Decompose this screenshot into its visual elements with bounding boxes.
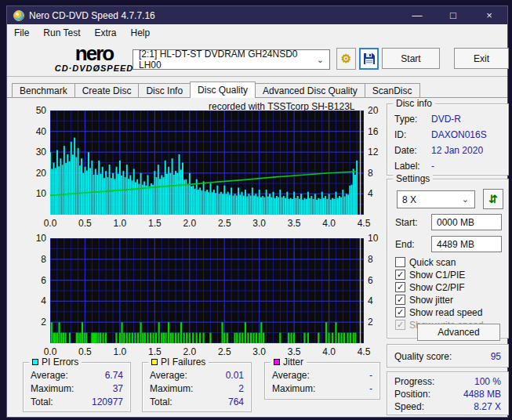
speed-select[interactable]: 8 X ⌄ xyxy=(397,190,475,208)
pi-failures-left-tick: 10 xyxy=(26,233,46,244)
pi-errors-x-tick: 1.0 xyxy=(108,218,132,229)
pi-errors-x-tick: 4.0 xyxy=(318,218,341,229)
checkbox-icon xyxy=(395,257,405,267)
end-field-value: 4489 MB xyxy=(437,239,474,250)
pi-errors-x-tick: 4.5 xyxy=(352,218,376,229)
jitter-avg-label: Average: xyxy=(272,370,310,381)
pi-failures-max-label: Maximum: xyxy=(150,383,193,394)
checkbox-show-read-speed[interactable]: ✓Show read speed xyxy=(395,306,482,318)
pi-failures-right-tick: 4 xyxy=(368,295,388,306)
tab-scandisc[interactable]: ScanDisc xyxy=(365,83,420,98)
pi-errors-right-tick: 20 xyxy=(368,105,388,116)
pi-errors-x-tick: 3.0 xyxy=(248,218,271,229)
options-button[interactable]: ⚙ xyxy=(336,48,356,70)
toolbar: nero CD·DVDØSPEED [2:1] HL-DT-ST DVDRAM … xyxy=(7,42,507,77)
pi-failures-left-tick: 2 xyxy=(26,317,46,328)
end-field-label: End: xyxy=(395,239,415,250)
chevron-down-icon: ⌄ xyxy=(317,55,324,65)
tab-strip: Benchmark Create Disc Disc Info Disc Qua… xyxy=(7,81,507,98)
pi-failures-chart xyxy=(50,238,364,343)
pi-failures-x-tick: 3.5 xyxy=(282,346,306,357)
pi-failures-right-tick: 6 xyxy=(368,275,388,286)
settings-title: Settings xyxy=(393,173,433,184)
checkbox-label: Show C2/PIF xyxy=(409,282,465,293)
pi-failures-left-tick: 6 xyxy=(26,275,46,286)
menu-file[interactable]: File xyxy=(7,27,36,38)
quality-score-value: 95 xyxy=(491,351,501,362)
pi-errors-x-tick: 2.5 xyxy=(212,218,236,229)
pi-errors-left-tick: 10 xyxy=(26,188,46,199)
jitter-legend-swatch xyxy=(274,359,280,365)
drive-select[interactable]: [2:1] HL-DT-ST DVDRAM GH24NSD0 LH00 ⌄ xyxy=(133,49,330,70)
app-cd-icon xyxy=(13,10,24,21)
pi-failures-x-tick: 0.0 xyxy=(38,346,62,357)
tab-disc-info[interactable]: Disc Info xyxy=(138,83,191,98)
pi-failures-panel-title: PI Failures xyxy=(148,357,209,368)
speed-label: Speed: xyxy=(394,401,424,412)
disc-label-label: Label: xyxy=(394,161,420,172)
save-button[interactable] xyxy=(359,48,379,70)
pi-errors-x-tick: 1.5 xyxy=(143,218,166,229)
minimize-button[interactable]: — xyxy=(399,6,435,24)
title-bar: Nero CD-DVD Speed 4.7.7.16 — □ × xyxy=(7,6,507,24)
checkbox-icon: ✓ xyxy=(395,295,405,305)
menu-extra[interactable]: Extra xyxy=(87,27,123,38)
jitter-max-value: - xyxy=(369,383,372,394)
pi-errors-chart xyxy=(50,110,364,215)
pi-failures-x-tick: 1.0 xyxy=(108,346,132,357)
checkbox-icon: ✓ xyxy=(395,270,405,280)
position-value: 4488 MB xyxy=(463,389,501,400)
end-field[interactable]: 4489 MB xyxy=(431,236,502,252)
checkbox-show-c2-pif[interactable]: ✓Show C2/PIF xyxy=(395,281,465,293)
tab-advanced-disc-quality[interactable]: Advanced Disc Quality xyxy=(255,83,365,98)
start-field-label: Start: xyxy=(395,217,418,228)
checkbox-icon: ✓ xyxy=(395,282,405,292)
pi-errors-avg-value: 6.74 xyxy=(105,370,123,381)
speed-select-value: 8 X xyxy=(402,194,416,205)
pi-failures-legend-swatch xyxy=(151,359,158,365)
tab-disc-quality[interactable]: Disc Quality xyxy=(190,81,256,98)
pi-errors-x-tick: 3.5 xyxy=(282,218,306,229)
checkbox-quick-scan[interactable]: Quick scan xyxy=(395,256,456,268)
pi-failures-x-tick: 1.5 xyxy=(143,346,166,357)
pi-errors-max-value: 37 xyxy=(113,383,123,394)
disc-id-label: ID: xyxy=(394,129,406,140)
refresh-button[interactable]: ⇵ xyxy=(483,189,503,209)
maximize-button[interactable]: □ xyxy=(435,6,471,24)
close-button[interactable]: × xyxy=(471,6,507,24)
disc-id-value: DAXON016S xyxy=(431,129,487,140)
app-window: Nero CD-DVD Speed 4.7.7.16 — □ × File Ru… xyxy=(6,5,508,418)
checkbox-icon: ✓ xyxy=(395,307,405,317)
tab-benchmark[interactable]: Benchmark xyxy=(12,83,75,98)
checkbox-show-c1-pie[interactable]: ✓Show C1/PIE xyxy=(395,269,465,281)
pi-failures-left-tick: 4 xyxy=(26,295,46,306)
progress-value: 100 % xyxy=(474,376,501,387)
position-label: Position: xyxy=(394,389,430,400)
start-field[interactable]: 0000 MB xyxy=(431,214,502,230)
gear-icon: ⚙ xyxy=(341,52,351,66)
disc-info-title: Disc info xyxy=(393,98,435,109)
checkbox-show-jitter[interactable]: ✓Show jitter xyxy=(395,294,453,306)
pi-failures-max-value: 2 xyxy=(238,383,244,394)
pi-failures-right-tick: 10 xyxy=(368,233,388,244)
progress-panel: Progress:100 % Position:4488 MB Speed:8.… xyxy=(387,371,509,415)
floppy-icon xyxy=(363,52,376,65)
speed-value: 8.27 X xyxy=(474,401,501,412)
disc-date-value: 12 Jan 2020 xyxy=(431,145,483,156)
checkbox-label: Show read speed xyxy=(409,307,482,318)
jitter-panel-title: Jitter xyxy=(271,357,307,368)
advanced-button[interactable]: Advanced xyxy=(417,324,500,341)
quality-score-panel: Quality score:95 xyxy=(387,344,509,368)
menu-run-test[interactable]: Run Test xyxy=(36,27,87,38)
pi-failures-panel: PI Failures Average:0.01 Maximum:2 Total… xyxy=(142,362,252,412)
pi-errors-max-label: Maximum: xyxy=(31,383,74,394)
checkbox-label: Show jitter xyxy=(409,295,453,306)
exit-button[interactable]: Exit xyxy=(454,48,509,69)
pi-failures-x-tick: 2.0 xyxy=(178,346,202,357)
pi-failures-total-value: 764 xyxy=(228,396,244,407)
tab-create-disc[interactable]: Create Disc xyxy=(74,83,140,98)
menu-help[interactable]: Help xyxy=(124,27,158,38)
start-button[interactable]: Start xyxy=(382,48,440,69)
pi-errors-left-tick: 20 xyxy=(26,168,46,179)
pi-errors-avg-label: Average: xyxy=(31,370,68,381)
